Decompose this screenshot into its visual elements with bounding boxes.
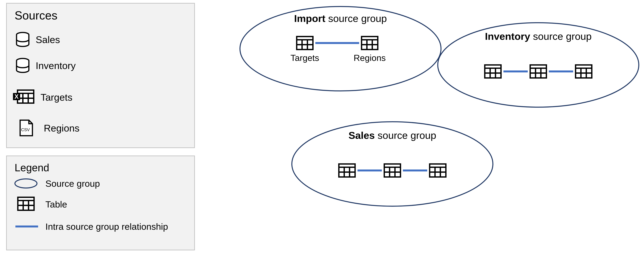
legend-label: Intra source group relationship: [46, 221, 168, 232]
group-title: Sales source group: [348, 130, 436, 141]
table-icon: [530, 65, 546, 78]
csv-icon: [20, 120, 32, 136]
source-label: Inventory: [36, 60, 76, 71]
table-icon: [297, 37, 313, 50]
source-label: Sales: [36, 34, 60, 45]
sources-panel: Sources Sales Inventory Targets Regions: [6, 3, 194, 148]
database-icon: [16, 59, 29, 72]
table-label: Targets: [290, 53, 319, 63]
source-label: Targets: [40, 92, 72, 103]
table-icon: [362, 37, 378, 50]
group-sales: Sales source group: [292, 122, 493, 206]
table-label: Regions: [354, 53, 386, 63]
table-icon: [339, 164, 355, 177]
group-import: Import source group Targets Regions: [240, 7, 441, 91]
database-icon: [16, 33, 29, 47]
source-item-sales: Sales: [16, 33, 60, 47]
sources-title: Sources: [14, 9, 58, 22]
legend-panel: Legend Source group Table Intra source g…: [6, 156, 194, 250]
group-inventory: Inventory source group: [438, 23, 639, 107]
table-icon: [485, 65, 501, 78]
group-title: Import source group: [294, 13, 387, 24]
legend-title: Legend: [14, 162, 49, 174]
table-icon: [430, 164, 446, 177]
table-icon: [18, 197, 34, 210]
legend-label: Source group: [46, 178, 100, 189]
source-item-inventory: Inventory: [16, 59, 76, 72]
legend-label: Table: [46, 199, 67, 209]
diagram-root: X CSV Sources Sales Inventory Targets: [0, 0, 644, 257]
table-icon: [384, 164, 400, 177]
svg-rect-10: [6, 3, 194, 148]
group-title: Inventory source group: [485, 31, 592, 42]
table-icon: [576, 65, 592, 78]
source-item-targets: Targets: [13, 90, 72, 103]
source-label: Regions: [44, 123, 80, 134]
